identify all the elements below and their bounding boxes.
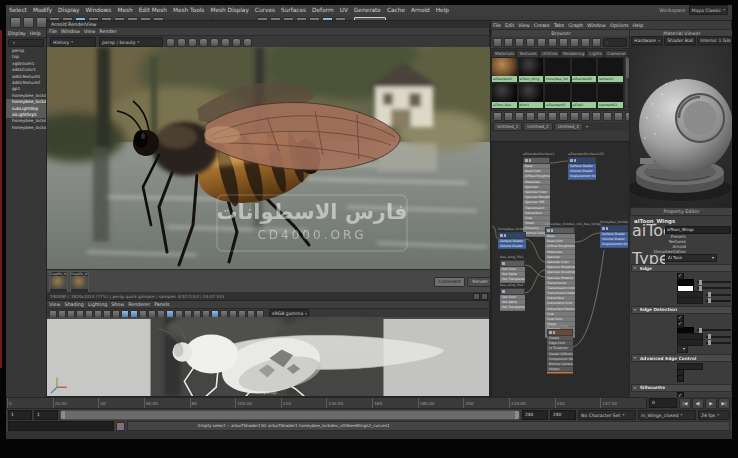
anim-start-field[interactable]: 1 [8, 410, 32, 420]
viewport-menu-item[interactable]: Panels [152, 301, 171, 308]
slider-handle[interactable] [708, 340, 711, 345]
slider[interactable] [706, 336, 731, 338]
add-node-icon[interactable] [548, 112, 557, 121]
timeline-tick[interactable]: 200 [463, 398, 509, 408]
outliner-filter-field[interactable]: ▾ [8, 39, 44, 47]
material-swatch[interactable]: honeybee_bd [544, 57, 571, 83]
clear-icon[interactable] [570, 38, 579, 47]
node-shading-group-3[interactable]: honeybee_lockdev_v04_aiSSG Surface Shade… [600, 225, 628, 248]
hypershade-menu-item[interactable]: View [516, 22, 531, 29]
browser-tab[interactable]: Textures [516, 50, 539, 57]
shader-ball-view[interactable] [630, 46, 732, 207]
outliner-item[interactable]: honeybee_lockdev_v04b [6, 125, 46, 131]
node-bee-wings-surface[interactable]: honeybee_lockdev_v01_bee_Wings BaseBase … [545, 227, 575, 338]
graph-io-icon[interactable] [515, 112, 524, 121]
main-menu-item[interactable]: Modify [30, 5, 55, 15]
outliner-menu-help[interactable]: Help [28, 30, 43, 37]
browser-tab[interactable]: Rendering [560, 50, 586, 57]
node-header[interactable] [545, 227, 575, 234]
slider[interactable] [697, 281, 731, 283]
slider-handle[interactable] [699, 280, 702, 285]
outliner-item[interactable]: adskTexture1 [6, 74, 46, 80]
main-menu-item[interactable]: Edit Mesh [136, 5, 170, 15]
zoom-out-icon[interactable] [614, 112, 623, 121]
main-menu-item[interactable]: Display [55, 5, 82, 15]
file-open-icon[interactable] [23, 17, 34, 28]
fps-dropdown[interactable]: 24 fps▾ [698, 410, 730, 420]
node-header[interactable] [547, 329, 573, 336]
hypershade-menu-item[interactable]: Create [532, 22, 552, 29]
renderview-menu-item[interactable]: Window [59, 28, 82, 35]
playback-button[interactable]: |◀ [679, 398, 691, 409]
anim-end-field[interactable]: 240 [550, 410, 576, 420]
property-editor-header[interactable]: Property Editor [630, 207, 732, 216]
main-menu-item[interactable]: Generate [351, 5, 384, 15]
main-menu-item[interactable]: Arnold [408, 5, 433, 15]
time-slider[interactable]: 020.004060.0080100.00120140.00160180.002… [6, 397, 732, 409]
timeline-tick[interactable]: 240 [555, 398, 601, 408]
remove-node-icon[interactable] [559, 112, 568, 121]
tab-overflow-arrow[interactable]: ▾ [586, 124, 588, 129]
mel-command-input[interactable] [8, 421, 114, 431]
workspace-dropdown[interactable]: Maya Classic▾ [689, 5, 728, 15]
rearrange-icon[interactable] [570, 112, 579, 121]
node-editor-graph[interactable]: aiStandardSurface1 BaseBase ColorDiffuse… [491, 141, 629, 413]
hypershade-menu-item[interactable]: File [491, 22, 503, 29]
node-file-texture-1[interactable]: bee_wing_file1 Out ColorOut AlphaOut Tra… [500, 260, 525, 283]
workarea-tab[interactable]: Untitled_2 [523, 122, 552, 131]
browser-tab[interactable]: Materials [492, 50, 516, 57]
create-node-icon[interactable] [493, 112, 502, 121]
dropdown[interactable]: ▾ [677, 345, 688, 353]
graph-input-icon[interactable] [504, 112, 513, 121]
value-field[interactable] [677, 297, 703, 304]
checkbox[interactable] [677, 273, 684, 280]
grid-view-icon[interactable] [548, 38, 557, 47]
slider-handle[interactable] [708, 298, 711, 303]
material-swatch[interactable]: aiStandard3 [544, 83, 571, 109]
swatch-size-icon[interactable] [526, 38, 535, 47]
clear-graph-icon[interactable] [537, 112, 546, 121]
node-attribute-row[interactable]: Displacement Shader [600, 242, 628, 247]
camera-dropdown[interactable]: persp / beauty▾ [99, 37, 163, 47]
frame-graph-icon[interactable] [592, 112, 601, 121]
material-swatch[interactable]: aiToon_Wing [518, 57, 545, 83]
timeline-tick[interactable]: 160 [372, 398, 418, 408]
node-header[interactable] [500, 288, 525, 295]
node-header[interactable] [523, 157, 550, 164]
node-header[interactable] [500, 260, 525, 267]
pin-graph-icon[interactable] [581, 112, 590, 121]
node-shading-group-1[interactable]: aiStandardSurface1SG Surface ShaderVolum… [568, 157, 596, 180]
material-swatch[interactable]: aiStandard1 [491, 57, 518, 83]
node-aitoon-wings[interactable]: aiToon_Wings EnableEdge ColorId Threshol… [547, 329, 573, 372]
material-swatch[interactable]: aiFlat1 [571, 83, 598, 109]
slider[interactable] [706, 300, 731, 302]
history-dropdown[interactable]: History▾ [50, 37, 96, 47]
outliner-item[interactable]: honeybee_lockdev_v04a [6, 118, 46, 124]
script-editor-icon[interactable] [116, 422, 125, 431]
browser-search-field[interactable]: ⌕ [603, 38, 627, 47]
node-header[interactable] [498, 232, 526, 239]
timeline-tick[interactable]: 80 [190, 398, 236, 408]
node-header[interactable] [600, 225, 628, 232]
material-swatch[interactable]: aiStandard2 [571, 57, 598, 83]
render-image-area[interactable]: فارس الاسطوانات CD4000.ORG [47, 47, 491, 269]
crop-icon[interactable] [232, 38, 241, 47]
node-header[interactable] [568, 157, 596, 164]
zoom-in-icon[interactable] [603, 112, 612, 121]
browser-tab[interactable]: Lights [586, 50, 604, 57]
type-dropdown[interactable]: Ai Toon▾ [665, 254, 717, 262]
timeline-tick[interactable]: 140.00 [326, 398, 372, 408]
main-menu-item[interactable]: Help [433, 5, 452, 15]
range-handle-right[interactable] [515, 411, 519, 419]
viewport-menu-item[interactable]: View [47, 301, 62, 308]
timeline-tick[interactable]: 120 [281, 398, 327, 408]
hypershade-menu-item[interactable]: Help [630, 22, 645, 29]
material-swatch[interactable]: blinn1 [518, 83, 545, 109]
browser-tab[interactable]: Utilities [539, 50, 560, 57]
refresh-render-icon[interactable] [188, 38, 197, 47]
timeline-tick[interactable]: 60.00 [144, 398, 190, 408]
isolate-selected-icon[interactable] [221, 38, 230, 47]
main-menu-item[interactable]: Surfaces [278, 5, 309, 15]
section-header[interactable]: Edge [631, 264, 732, 272]
main-menu-item[interactable]: Curves [252, 5, 278, 15]
